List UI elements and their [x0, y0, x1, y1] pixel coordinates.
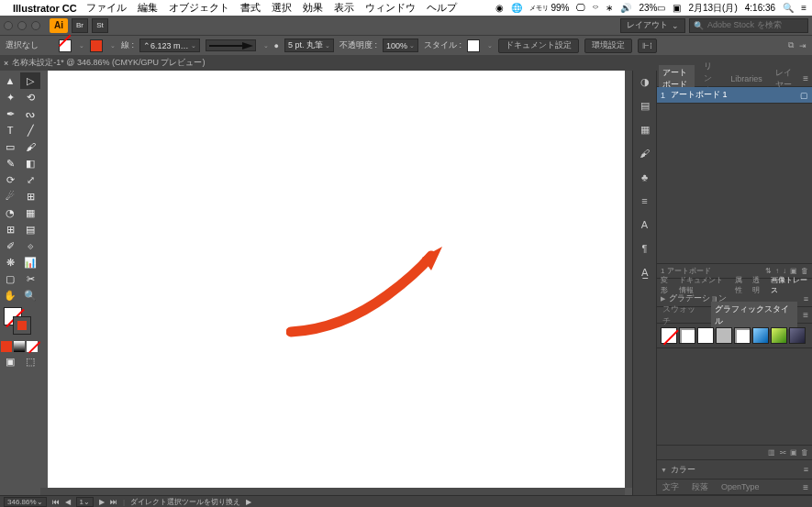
status-icon[interactable]: ◉	[495, 3, 504, 13]
screen-mode[interactable]: ▣	[0, 353, 20, 369]
disclosure-icon[interactable]: ▼	[661, 467, 667, 473]
nav-next-icon[interactable]: ▶	[99, 498, 105, 506]
zoom-window-icon[interactable]	[31, 21, 40, 30]
character-icon[interactable]: A	[638, 217, 652, 232]
stock-button[interactable]: St	[92, 18, 108, 33]
nav-first-icon[interactable]: ⏮	[52, 498, 60, 506]
align-button[interactable]: ⊩⁞	[638, 39, 657, 53]
wifi-icon[interactable]: ⌔	[593, 3, 598, 13]
style-none[interactable]	[661, 327, 677, 344]
color-mode[interactable]	[1, 341, 12, 352]
blend-tool[interactable]: ⟐	[20, 237, 40, 254]
rectangle-tool[interactable]: ▭	[0, 138, 20, 155]
brush-field[interactable]: 5 pt. 丸筆⌄	[284, 39, 334, 52]
menubar-date[interactable]: 2月13日(月)	[688, 2, 737, 15]
menu-file[interactable]: ファイル	[86, 1, 127, 15]
menu-view[interactable]: 表示	[334, 1, 354, 15]
adobe-stock-search[interactable]: 🔍 Adobe Stock を検索	[689, 18, 808, 33]
menu-select[interactable]: 選択	[272, 1, 292, 15]
zoom-tool[interactable]: 🔍	[20, 287, 40, 303]
shape-builder-tool[interactable]: ◔	[0, 204, 20, 221]
fill-stroke-swatches[interactable]	[0, 307, 40, 338]
symbol-sprayer-tool[interactable]: ❋	[0, 254, 20, 270]
glyphs-icon[interactable]: A̲	[638, 265, 652, 280]
close-window-icon[interactable]	[4, 21, 13, 30]
tab-opentype[interactable]: OpenType	[717, 480, 763, 493]
gradient-tool[interactable]: ▤	[20, 221, 40, 237]
document-setup-button[interactable]: ドキュメント設定	[498, 39, 579, 53]
shaper-tool[interactable]: ✎	[0, 155, 20, 171]
break-link-icon[interactable]: ⫘	[779, 448, 786, 457]
slice-tool[interactable]: ✂	[20, 270, 40, 287]
paintbrush-tool[interactable]: 🖌	[20, 138, 40, 155]
preferences-button[interactable]: 環境設定	[584, 39, 632, 53]
spotlight-icon[interactable]: 🔍	[783, 3, 794, 13]
stroke-menu[interactable]: ⌄	[110, 42, 116, 50]
style-swatch[interactable]	[734, 327, 751, 344]
panel-menu-icon[interactable]: ≡	[803, 310, 810, 320]
scale-tool[interactable]: ⤢	[20, 171, 40, 188]
free-transform-tool[interactable]: ⊞	[20, 188, 40, 204]
panel-menu-icon[interactable]: ≡	[803, 73, 810, 83]
gradient-mode[interactable]	[14, 341, 25, 352]
bluetooth-icon[interactable]: ∗	[606, 3, 613, 13]
adobe-cc-icon[interactable]: ▣	[673, 3, 681, 13]
brushes-icon[interactable]: 🖌	[638, 146, 652, 160]
fill-menu[interactable]: ⌄	[79, 42, 84, 50]
style-swatch[interactable]	[752, 327, 769, 344]
hand-tool[interactable]: ✋	[0, 287, 20, 303]
swatches-icon[interactable]: ▦	[638, 122, 652, 137]
symbols-icon[interactable]: ♣	[638, 170, 652, 184]
stroke-color[interactable]	[13, 316, 31, 335]
workspace-switcher[interactable]: レイアウト⌄	[620, 18, 685, 33]
color-panel-icon[interactable]: ◑	[638, 74, 652, 89]
zoom-field[interactable]: 346.86% ⌄	[4, 497, 47, 507]
screen-mode-alt[interactable]: ⬚	[20, 353, 40, 369]
menubar-time[interactable]: 4:16:36	[745, 3, 775, 13]
window-controls[interactable]	[4, 21, 40, 30]
artboard-tool[interactable]: ▢	[0, 270, 20, 287]
library-icon[interactable]: ▥	[768, 448, 775, 457]
panel-toggle-icon[interactable]: ⇥	[799, 41, 806, 50]
artboard-list-item[interactable]: 1 アートボード 1 ▢	[657, 87, 812, 104]
opacity-field[interactable]: 100%⌄	[383, 39, 418, 52]
app-name[interactable]: Illustrator CC	[13, 3, 77, 14]
none-mode[interactable]	[27, 341, 38, 352]
graph-tool[interactable]: 📊	[20, 254, 40, 270]
menu-object[interactable]: オブジェクト	[169, 1, 229, 15]
mesh-tool[interactable]: ⊞	[0, 221, 20, 237]
panel-menu-icon[interactable]: ≡	[804, 465, 808, 474]
style-menu[interactable]: ⌄	[487, 42, 493, 50]
eraser-tool[interactable]: ◧	[20, 155, 40, 171]
nav-prev-icon[interactable]: ◀	[65, 498, 71, 506]
selection-tool[interactable]: ▲	[0, 72, 20, 89]
nav-last-icon[interactable]: ⏭	[110, 498, 117, 506]
status-icon[interactable]: 🌐	[511, 3, 522, 13]
lasso-tool[interactable]: ⟲	[20, 89, 40, 105]
horizontal-scrollbar[interactable]	[40, 488, 625, 495]
minimize-window-icon[interactable]	[17, 21, 27, 30]
menu-icon[interactable]: ≡	[801, 3, 806, 13]
battery-indicator[interactable]: 23% ▭	[639, 3, 665, 13]
menu-edit[interactable]: 編集	[138, 1, 158, 15]
volume-icon[interactable]: 🔊	[620, 3, 631, 13]
style-default[interactable]	[679, 327, 695, 344]
bridge-button[interactable]: Br	[72, 18, 88, 33]
close-tab-icon[interactable]: ×	[4, 59, 8, 68]
line-tool[interactable]: ╱	[20, 122, 40, 138]
document-tab-title[interactable]: 名称未設定-1* @ 346.86% (CMYK/GPU プレビュー)	[12, 57, 205, 69]
width-tool[interactable]: ☄	[0, 188, 20, 204]
paragraph-icon[interactable]: ¶	[638, 241, 652, 256]
new-style-icon[interactable]: ▣	[790, 448, 797, 457]
vertical-scrollbar[interactable]	[625, 71, 632, 488]
hint-more-icon[interactable]: ▶	[246, 498, 251, 506]
arrange-icon[interactable]: ⧉	[788, 40, 794, 50]
style-swatch[interactable]	[789, 327, 806, 344]
curvature-tool[interactable]: ᔓ	[20, 105, 40, 122]
arrow-preview[interactable]	[206, 39, 256, 51]
tab-libraries[interactable]: Libraries	[727, 72, 766, 85]
menu-effect[interactable]: 効果	[303, 1, 323, 15]
stroke-icon[interactable]: ≡	[638, 193, 652, 208]
profile-menu[interactable]: ⌄	[263, 42, 269, 50]
tab-paragraph[interactable]: 段落	[688, 479, 712, 495]
